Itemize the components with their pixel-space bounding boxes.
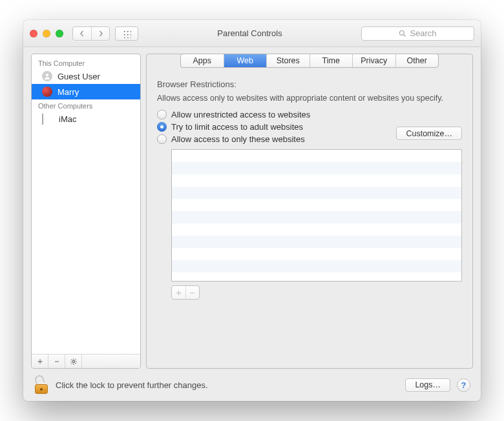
- list-row: [172, 260, 461, 272]
- allowed-sites-list[interactable]: [171, 149, 462, 282]
- radio-icon: [157, 110, 167, 119]
- tab-apps[interactable]: Apps: [181, 54, 224, 67]
- svg-line-9: [75, 363, 76, 364]
- remove-user-button[interactable]: －: [48, 354, 65, 368]
- remove-site-button[interactable]: －: [185, 286, 200, 299]
- tab-privacy[interactable]: Privacy: [352, 54, 395, 67]
- list-add-remove: ＋ －: [171, 285, 200, 300]
- sidebar-group-local: This Computer: [32, 57, 140, 68]
- sidebar-item-label: Marry: [58, 87, 79, 97]
- user-silhouette-icon: [42, 71, 52, 81]
- list-row: [172, 211, 461, 223]
- close-window-button[interactable]: [30, 30, 37, 37]
- user-actions-button[interactable]: [65, 354, 82, 368]
- add-user-button[interactable]: ＋: [32, 354, 48, 368]
- settings-panel: Apps Web Stores Time Privacy Other Brows…: [146, 54, 473, 369]
- svg-point-2: [46, 74, 48, 76]
- users-sidebar: This Computer Guest User Marry Other Com…: [31, 54, 141, 369]
- list-row: [172, 187, 461, 199]
- sidebar-item-label: Guest User: [58, 72, 100, 81]
- category-tabs: Apps Web Stores Time Privacy Other: [180, 54, 439, 68]
- svg-line-11: [71, 363, 72, 364]
- svg-line-8: [71, 359, 72, 360]
- minimize-window-button[interactable]: [43, 30, 50, 37]
- search-placeholder: Search: [410, 28, 436, 38]
- svg-point-3: [72, 360, 74, 362]
- nav-forward-button[interactable]: [91, 27, 109, 40]
- imac-icon: [42, 114, 54, 123]
- list-row: [172, 223, 461, 236]
- window-toolbar: Parental Controls Search: [23, 20, 481, 47]
- tab-time[interactable]: Time: [310, 54, 353, 67]
- sidebar-item-label: iMac: [59, 114, 76, 124]
- radio-unrestricted[interactable]: Allow unrestricted access to websites: [157, 110, 462, 119]
- radio-label: Allow unrestricted access to websites: [171, 110, 310, 119]
- tab-web[interactable]: Web: [224, 54, 267, 67]
- chevron-left-icon: [79, 30, 85, 37]
- tab-stores[interactable]: Stores: [266, 54, 310, 67]
- nav-back-forward: [72, 26, 110, 41]
- tab-other[interactable]: Other: [395, 54, 439, 67]
- nav-back-button[interactable]: [73, 27, 91, 40]
- list-row: [172, 150, 461, 162]
- content-area: This Computer Guest User Marry Other Com…: [23, 47, 481, 369]
- radio-icon: [157, 134, 167, 144]
- sidebar-user-guest[interactable]: Guest User: [32, 68, 140, 84]
- svg-line-10: [75, 359, 76, 360]
- zoom-window-button[interactable]: [56, 30, 63, 37]
- search-icon: [399, 30, 406, 37]
- sidebar-remote-imac[interactable]: iMac: [32, 111, 140, 127]
- list-row: [172, 236, 461, 248]
- list-row: [172, 199, 461, 211]
- search-input[interactable]: Search: [361, 26, 474, 41]
- radio-icon: [157, 122, 167, 132]
- svg-point-0: [400, 30, 404, 35]
- grid-icon: [122, 29, 131, 38]
- show-all-prefs-button[interactable]: [115, 26, 138, 41]
- window-traffic-lights: [30, 30, 63, 37]
- section-description: Allows access only to websites with appr…: [157, 93, 462, 103]
- preferences-window: Parental Controls Search This Computer G…: [23, 20, 481, 401]
- sidebar-footer: ＋ －: [32, 354, 140, 368]
- chevron-right-icon: [98, 30, 104, 37]
- svg-line-1: [404, 34, 406, 36]
- logs-button[interactable]: Logs…: [405, 378, 450, 392]
- customize-button[interactable]: Customize…: [396, 127, 462, 140]
- list-row: [172, 248, 461, 260]
- window-footer: Click the lock to prevent further change…: [23, 369, 481, 401]
- lock-button[interactable]: [34, 376, 49, 394]
- list-row: [172, 272, 461, 282]
- add-site-button[interactable]: ＋: [172, 286, 185, 299]
- list-row: [172, 174, 461, 187]
- lock-hint-text: Click the lock to prevent further change…: [56, 380, 399, 390]
- gear-icon: [70, 358, 78, 365]
- section-title: Browser Restrictions:: [157, 79, 462, 89]
- list-row: [172, 162, 461, 174]
- sidebar-user-marry[interactable]: Marry: [32, 84, 140, 99]
- sidebar-group-remote: Other Computers: [32, 99, 140, 111]
- radio-label: Allow access to only these websites: [171, 134, 305, 144]
- radio-label: Try to limit access to adult websites: [171, 122, 303, 132]
- help-button[interactable]: ?: [457, 378, 470, 392]
- window-title: Parental Controls: [138, 28, 361, 38]
- user-avatar-icon: [42, 87, 52, 97]
